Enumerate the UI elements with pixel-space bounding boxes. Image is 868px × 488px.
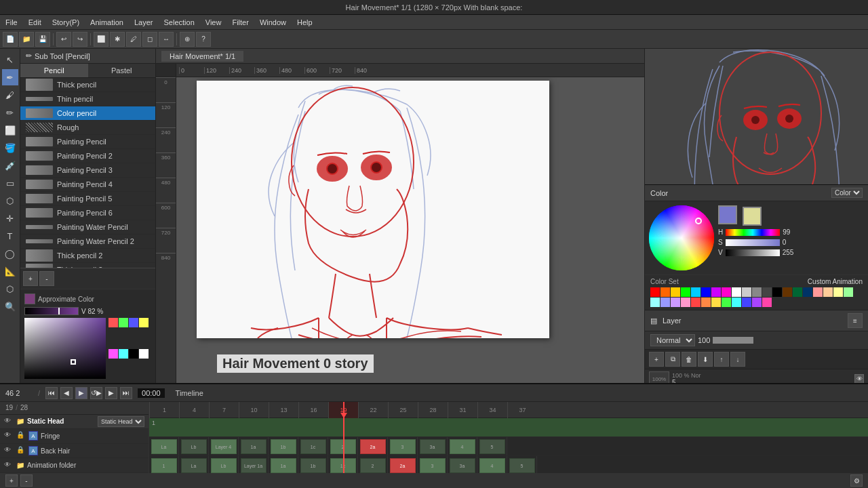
color-swatch-30[interactable] (752, 298, 762, 307)
tool-painting-pencil-3[interactable]: Painting Pencil 3 (20, 163, 155, 178)
next-frame-btn[interactable]: ▶ (105, 387, 117, 399)
open-btn[interactable]: 📁 (19, 32, 34, 47)
menu-selection[interactable]: Selection (164, 18, 195, 26)
tool-select[interactable]: ▭ (2, 175, 18, 191)
fringe-f6[interactable]: 1c (298, 437, 328, 455)
color-swatch-14[interactable] (793, 287, 802, 297)
color-swatch-blue[interactable] (129, 318, 138, 327)
color-swatch-25[interactable] (701, 298, 711, 307)
fringe-f11[interactable]: 4 (448, 437, 477, 455)
h-slider[interactable] (726, 229, 780, 236)
tool-pencil[interactable]: ✏ (2, 104, 18, 121)
tool-ruler[interactable]: 📐 (2, 263, 18, 279)
track-static-head[interactable]: 👁 📁 Static Head Static Head (0, 415, 149, 430)
color-swatch-11[interactable] (762, 287, 772, 297)
color-swatch-28[interactable] (732, 298, 741, 307)
save-btn[interactable]: 💾 (35, 32, 50, 47)
tool-lasso[interactable]: ⬡ (2, 192, 18, 209)
track-fringe[interactable]: 👁 🔒 A Fringe (0, 429, 149, 444)
fringe-f9[interactable]: 3 (388, 437, 418, 455)
fringe-f4[interactable]: 1a (239, 437, 269, 455)
color-swatch-26[interactable] (711, 298, 721, 307)
tool-painting-water-2[interactable]: Painting Water Pencil 2 (20, 235, 155, 249)
tool-pen[interactable]: ✒ (2, 69, 18, 85)
fg-color-swatch[interactable] (718, 205, 737, 224)
track-eye-icon[interactable]: 👁 (4, 417, 14, 426)
tool-eraser[interactable]: ⬜ (2, 122, 18, 138)
layer-merge-btn[interactable]: ⬇ (698, 352, 713, 367)
fringe-f5[interactable]: 1b (269, 437, 298, 455)
tool-text[interactable]: T (2, 228, 18, 244)
tool-fainting-pencil-5[interactable]: Fainting Pencil 5 (20, 192, 155, 206)
undo-btn[interactable]: ↩ (56, 32, 71, 47)
color-swatch-12[interactable] (772, 287, 782, 297)
color-swatch-6[interactable] (711, 287, 721, 297)
color-swatch-7[interactable] (722, 287, 731, 297)
color-swatch-8[interactable] (732, 287, 741, 297)
brush-btn[interactable]: 🖊 (126, 32, 141, 47)
back-hair-f9[interactable]: 2a (388, 456, 418, 473)
blend-mode-select[interactable]: Normal (650, 334, 695, 346)
v-slider[interactable] (726, 249, 780, 256)
layer-copy-btn[interactable]: ⧉ (665, 352, 680, 367)
color-swatch-cyan[interactable] (119, 349, 128, 359)
canvas-tab-item[interactable]: Hair Movement* 1/1 (161, 51, 243, 62)
color-swatch-16[interactable] (813, 287, 823, 297)
playhead[interactable] (343, 402, 344, 473)
color-swatch-24[interactable] (691, 298, 701, 307)
menu-view[interactable]: View (205, 18, 222, 26)
drawing-canvas[interactable] (197, 81, 549, 338)
back-hair-f3[interactable]: Lb (209, 456, 239, 473)
tool-thick-pencil-2[interactable]: Thick pencil 2 (20, 249, 155, 263)
color-swatch-22[interactable] (671, 298, 680, 307)
track-anim-eye[interactable]: 👁 (4, 461, 14, 470)
tool-eyedrop[interactable]: 💉 (2, 157, 18, 174)
move-btn[interactable]: ↔ (159, 32, 174, 47)
tool-zoom[interactable]: 🔍 (2, 298, 18, 314)
color-swatch-magenta[interactable] (108, 349, 118, 359)
color-swatch-4[interactable] (691, 287, 701, 297)
color-swatch-17[interactable] (823, 287, 833, 297)
fringe-f10[interactable]: 3a (418, 437, 448, 455)
del-frame-btn[interactable]: - (20, 474, 33, 487)
color-swatch-23[interactable] (681, 298, 690, 307)
color-swatch-15[interactable] (803, 287, 812, 297)
fringe-f2[interactable]: Lb (179, 437, 209, 455)
select-btn[interactable]: ⬜ (94, 32, 108, 47)
layer-up-btn[interactable]: ↑ (714, 352, 729, 367)
back-hair-f11[interactable]: 3a (448, 456, 477, 473)
tool-painting-pencil-2[interactable]: Painting Pencil 2 (20, 149, 155, 163)
menu-animation[interactable]: Animation (90, 18, 123, 26)
fringe-f12[interactable]: 5 (477, 437, 507, 455)
color-picker-gradient[interactable] (24, 318, 106, 379)
color-swatch-29[interactable] (742, 298, 751, 307)
go-start-btn[interactable]: ⏮ (45, 387, 58, 399)
timeline-frames[interactable]: 1 4 7 10 13 16 19 22 25 28 31 34 37 (149, 402, 868, 473)
go-end-btn[interactable]: ⏭ (120, 387, 132, 399)
track-anim-folder[interactable]: 👁 📁 Animation folder (0, 458, 149, 473)
approx-swatch[interactable] (24, 293, 35, 304)
tool-thin-pencil[interactable]: Thin pencil (20, 92, 155, 106)
layer-item-0[interactable]: 100% 100 % Nor 5 👁 (645, 369, 868, 383)
back-hair-f8[interactable]: 2 (358, 456, 388, 473)
back-hair-f5[interactable]: 1a (269, 456, 298, 473)
color-swatch-black[interactable] (129, 349, 138, 359)
back-hair-f2[interactable]: La (179, 456, 209, 473)
color-wheel-container[interactable] (648, 204, 715, 272)
tab-pastel[interactable]: Pastel (88, 64, 156, 77)
back-hair-f13[interactable]: 5 (507, 456, 537, 473)
layer-eye-0[interactable]: 👁 (854, 374, 864, 383)
menu-window[interactable]: Window (260, 18, 286, 26)
tool-shape[interactable]: ◯ (2, 245, 18, 262)
opacity-slider[interactable] (713, 337, 753, 344)
s-slider[interactable] (726, 239, 780, 246)
menu-layer[interactable]: Layer (134, 18, 153, 26)
color-swatch-white[interactable] (139, 349, 149, 359)
fringe-f3[interactable]: Layer 4 (209, 437, 239, 455)
tab-pencil[interactable]: Pencil (20, 64, 88, 77)
color-swatch-red[interactable] (108, 318, 118, 327)
tool-painting-pencil-6[interactable]: Painting Pencil 6 (20, 206, 155, 220)
tool-rough[interactable]: Rough (20, 121, 155, 135)
color-swatch-5[interactable] (701, 287, 711, 297)
add-frame-btn[interactable]: + (5, 474, 18, 487)
